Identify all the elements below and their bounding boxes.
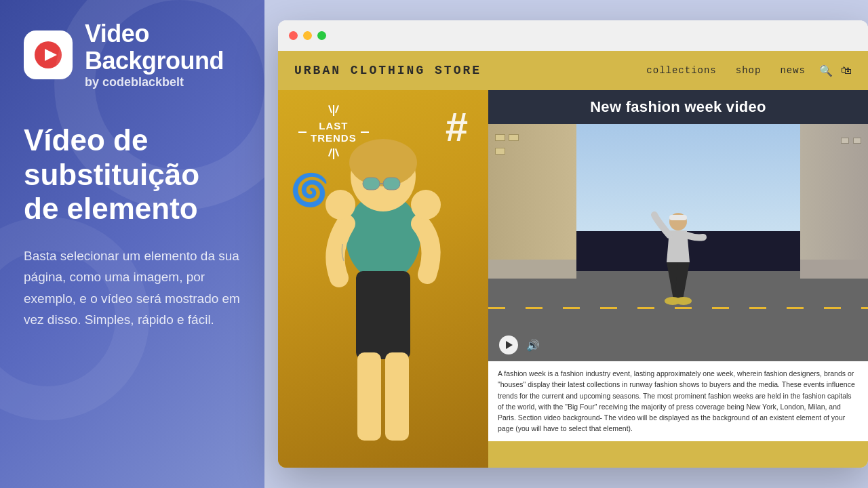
window: [509, 134, 519, 141]
video-controls: 🔊: [499, 336, 540, 354]
badge-last: LAST: [311, 120, 357, 132]
last-trends-badge: LAST TRENDS: [298, 105, 369, 159]
svg-rect-5: [363, 178, 380, 190]
svg-rect-12: [385, 352, 409, 441]
window: [841, 138, 849, 144]
logo-text-area: Video Background by codeblackbelt: [85, 20, 241, 89]
browser-close-dot[interactable]: [289, 31, 298, 40]
logo-area: Video Background by codeblackbelt: [24, 20, 241, 89]
video-description: A fashion week is a fashion industry eve…: [488, 361, 868, 441]
window: [495, 134, 505, 141]
site-logo: URBAN CLOTHING STORE: [294, 64, 646, 77]
left-panel: Video Background by codeblackbelt Vídeo …: [0, 0, 264, 488]
svg-point-9: [411, 190, 441, 220]
subtitle-prefix: by code: [85, 75, 131, 89]
app-subtitle: by codeblackbelt: [85, 75, 241, 89]
video-title: New fashion week video: [590, 98, 766, 116]
ray-right: [361, 131, 369, 133]
badge-text-wrap: LAST TRENDS: [311, 120, 357, 144]
svg-rect-11: [357, 352, 381, 441]
site-nav-links: collections shop news: [646, 65, 806, 76]
ray: [333, 105, 334, 116]
description-text: Basta selecionar um elemento da sua pági…: [24, 245, 241, 330]
svg-rect-14: [669, 215, 687, 220]
play-icon: [33, 40, 63, 70]
video-title-bar: New fashion week video: [488, 90, 868, 124]
svg-rect-10: [356, 271, 410, 359]
main-heading: Vídeo de substituição de elemento: [24, 123, 241, 226]
search-icon[interactable]: 🔍: [819, 64, 833, 77]
volume-icon[interactable]: 🔊: [526, 339, 540, 352]
ray: [333, 148, 334, 159]
site-nav-icons: 🔍 🛍: [819, 64, 852, 77]
browser-maximize-dot[interactable]: [317, 31, 326, 40]
site-nav: URBAN CLOTHING STORE collections shop ne…: [278, 51, 868, 90]
app-title: Video Background: [85, 20, 241, 74]
play-button[interactable]: [499, 336, 518, 354]
subtitle-bold: blackbelt: [131, 75, 184, 89]
svg-point-8: [326, 190, 355, 220]
badge-trends: TRENDS: [311, 132, 357, 144]
sidewalk-left: [488, 260, 576, 279]
nav-link-shop[interactable]: shop: [736, 65, 762, 76]
play-triangle-icon: [506, 341, 513, 349]
sidewalk-right: [800, 260, 868, 279]
rays-bottom: [330, 148, 338, 159]
browser-mockup: URBAN CLOTHING STORE collections shop ne…: [278, 20, 868, 468]
dancer-figure: [648, 211, 709, 309]
svg-point-16: [675, 297, 692, 305]
rays-top: [330, 105, 338, 116]
window: [853, 138, 861, 144]
window: [495, 148, 505, 155]
ray: [328, 105, 332, 113]
dancer-svg: [648, 211, 709, 306]
site-body: LAST TRENDS # �: [278, 90, 868, 468]
buildings-left: [488, 124, 576, 279]
browser-content: URBAN CLOTHING STORE collections shop ne…: [278, 51, 868, 468]
video-description-text: A fashion week is a fashion industry eve…: [498, 369, 855, 432]
ray: [328, 148, 332, 157]
site-right-section: New fashion week video: [488, 90, 868, 468]
ray-left: [298, 131, 307, 133]
spiral-symbol: 🌀: [290, 171, 329, 208]
app-logo-icon: [24, 30, 73, 79]
video-player[interactable]: 🔊: [488, 124, 868, 361]
browser-toolbar: [278, 20, 868, 51]
nav-link-collections[interactable]: collections: [646, 65, 716, 76]
nav-link-news[interactable]: news: [780, 65, 806, 76]
rays-sides: LAST TRENDS: [298, 120, 369, 144]
browser-minimize-dot[interactable]: [303, 31, 312, 40]
right-panel: URBAN CLOTHING STORE collections shop ne…: [264, 0, 868, 488]
ray: [335, 148, 339, 157]
svg-rect-6: [383, 178, 400, 190]
ray: [335, 105, 339, 113]
site-left-section: LAST TRENDS # �: [278, 90, 488, 468]
cart-icon[interactable]: 🛍: [841, 64, 852, 77]
